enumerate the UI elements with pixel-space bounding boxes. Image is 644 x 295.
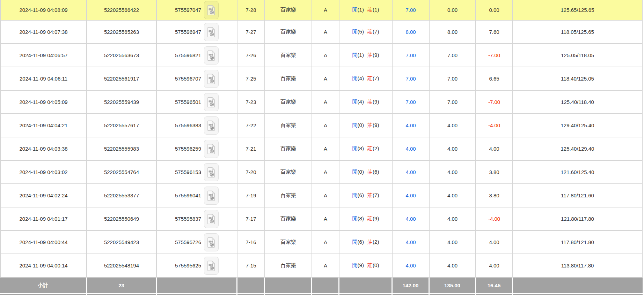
grand-total-row [0, 293, 643, 295]
balance-before-after: 125.40/118.40 [513, 91, 643, 114]
bet-time: 2024-11-09 04:03:38 [0, 137, 87, 161]
player-label: 閒 [352, 262, 358, 268]
round-number: 7-22 [237, 114, 265, 137]
banker-label: 莊 [367, 75, 373, 81]
bet-id: 522025561917 [87, 67, 157, 91]
round-id: 575597047 [175, 7, 201, 13]
table-row[interactable]: 2024-11-09 04:00:44 522025549423 5755957… [0, 231, 643, 254]
bet-id: 522025566422 [87, 0, 157, 21]
bet-amount-link[interactable]: 4.00 [405, 216, 416, 222]
video-replay-button[interactable] [204, 187, 219, 205]
valid-bet: 4.00 [430, 231, 476, 254]
bet-time: 2024-11-09 04:00:14 [0, 254, 87, 278]
bet-amount-cell: 4.00 [393, 254, 430, 278]
video-replay-button[interactable] [204, 116, 219, 135]
banker-points: (9) [373, 52, 379, 58]
video-replay-button[interactable] [204, 1, 219, 19]
round-id: 575596383 [175, 122, 201, 128]
table-code: A [312, 21, 339, 44]
valid-bet: 4.00 [430, 137, 476, 161]
banker-points: (2) [373, 145, 379, 151]
game-result: 閒(9) 莊(0) [339, 254, 393, 278]
player-label: 閒 [352, 75, 358, 81]
game-type: 百家樂 [265, 44, 312, 67]
round-number: 7-28 [237, 0, 265, 21]
game-type: 百家樂 [265, 207, 312, 231]
game-result: 閒(4) 莊(9) [339, 91, 393, 114]
table-code: A [312, 207, 339, 231]
player-points: (1) [358, 7, 364, 13]
summary-body: 小計 23 142.00 135.00 16.45 [0, 278, 643, 295]
table-row[interactable]: 2024-11-09 04:08:09 522025566422 5755970… [0, 0, 643, 21]
bet-amount-link[interactable]: 4.00 [405, 263, 416, 268]
subtotal-label: 小計 [0, 278, 87, 293]
video-replay-button[interactable] [204, 210, 219, 228]
round-id-cell: 575596153 [157, 161, 237, 184]
round-id: 575596707 [175, 76, 201, 82]
game-result: 閒(6) 莊(2) [339, 231, 393, 254]
bet-amount-link[interactable]: 7.00 [405, 76, 416, 82]
win-loss: -4.00 [476, 207, 513, 231]
round-number: 7-16 [237, 231, 265, 254]
table-code: A [312, 231, 339, 254]
table-row[interactable]: 2024-11-09 04:02:24 522025553377 5755960… [0, 184, 643, 207]
game-type: 百家樂 [265, 254, 312, 278]
bet-amount-link[interactable]: 4.00 [405, 169, 416, 175]
bet-amount-link[interactable]: 4.00 [405, 239, 416, 245]
table-row[interactable]: 2024-11-09 04:03:38 522025555983 5755962… [0, 137, 643, 161]
game-result: 閒(1) 莊(1) [339, 0, 393, 21]
player-label: 閒 [352, 239, 358, 245]
bet-amount-link[interactable]: 7.00 [405, 99, 416, 105]
bet-amount-cell: 8.00 [393, 21, 430, 44]
video-replay-button[interactable] [204, 257, 219, 275]
round-id-cell: 575595625 [157, 254, 237, 278]
bet-amount-cell: 4.00 [393, 207, 430, 231]
win-loss: 3.80 [476, 184, 513, 207]
table-row[interactable]: 2024-11-09 04:05:09 522025559439 5755965… [0, 91, 643, 114]
bet-amount-link[interactable]: 4.00 [405, 122, 416, 128]
round-number: 7-21 [237, 137, 265, 161]
table-row[interactable]: 2024-11-09 04:00:14 522025548194 5755956… [0, 254, 643, 278]
bet-records-viewport: 2024-11-09 04:08:09 522025566422 5755970… [0, 0, 644, 295]
bet-time: 2024-11-09 04:07:38 [0, 21, 87, 44]
game-type: 百家樂 [265, 91, 312, 114]
table-row[interactable]: 2024-11-09 04:06:11 522025561917 5755967… [0, 67, 643, 91]
video-replay-button[interactable] [204, 140, 219, 158]
table-code: A [312, 114, 339, 137]
bet-amount-link[interactable]: 4.00 [405, 146, 416, 152]
banker-label: 莊 [367, 52, 373, 58]
valid-bet: 7.00 [430, 44, 476, 67]
video-replay-button[interactable] [204, 70, 219, 88]
bet-amount-link[interactable]: 7.00 [405, 52, 416, 58]
win-loss: 4.00 [476, 231, 513, 254]
bet-amount-link[interactable]: 7.00 [405, 7, 416, 13]
bet-time: 2024-11-09 04:02:24 [0, 184, 87, 207]
table-row[interactable]: 2024-11-09 04:01:17 522025550649 5755958… [0, 207, 643, 231]
win-loss: 3.80 [476, 161, 513, 184]
video-replay-button[interactable] [204, 23, 219, 41]
table-code: A [312, 161, 339, 184]
balance-before-after: 113.80/117.80 [513, 254, 643, 278]
bet-amount-link[interactable]: 4.00 [405, 192, 416, 198]
subtotal-winloss-total: 16.45 [476, 278, 513, 293]
video-replay-button[interactable] [204, 233, 219, 251]
video-replay-button[interactable] [204, 163, 219, 181]
round-id: 575596153 [175, 169, 201, 175]
video-replay-button[interactable] [204, 46, 219, 65]
round-id: 575596947 [175, 29, 201, 35]
valid-bet: 4.00 [430, 184, 476, 207]
banker-points: (7) [373, 192, 379, 198]
banker-label: 莊 [367, 7, 373, 13]
table-row[interactable]: 2024-11-09 04:06:57 522025563673 5755968… [0, 44, 643, 67]
table-row[interactable]: 2024-11-09 04:07:38 522025565263 5755969… [0, 21, 643, 44]
round-id: 575596259 [175, 146, 201, 152]
banker-label: 莊 [367, 169, 373, 175]
table-row[interactable]: 2024-11-09 04:03:02 522025554764 5755961… [0, 161, 643, 184]
table-row[interactable]: 2024-11-09 04:04:21 522025557617 5755963… [0, 114, 643, 137]
bet-amount-cell: 7.00 [393, 91, 430, 114]
round-id-cell: 575596259 [157, 137, 237, 161]
bet-amount-link[interactable]: 8.00 [405, 29, 416, 35]
game-type: 百家樂 [265, 137, 312, 161]
video-replay-button[interactable] [204, 93, 219, 111]
table-code: A [312, 254, 339, 278]
